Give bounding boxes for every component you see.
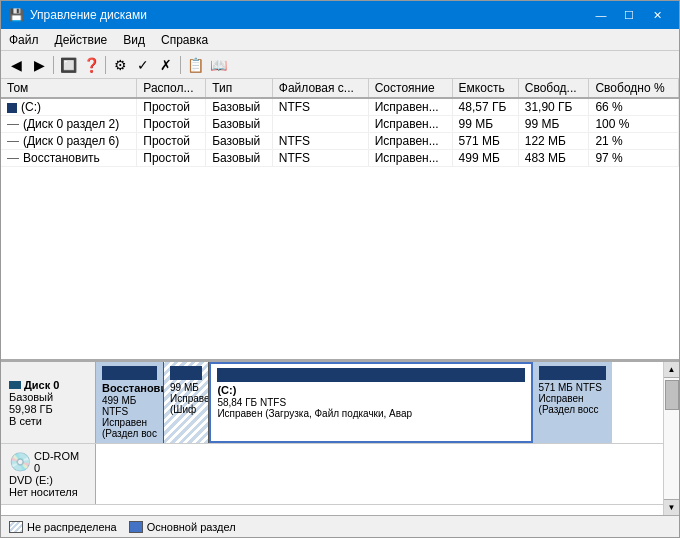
partition-recover-label: Восстановить xyxy=(102,382,157,394)
partition-c-size: 58,84 ГБ NTFS xyxy=(217,397,524,408)
col-capacity[interactable]: Емкость xyxy=(452,79,518,98)
bottom-panel: Диск 0 Базовый 59,98 ГБ В сети Восстанов… xyxy=(1,362,679,537)
table-row[interactable]: —ВосстановитьПростойБазовыйNTFSИсправен.… xyxy=(1,150,679,167)
toolbar-back[interactable]: ◀ xyxy=(5,54,27,76)
col-status[interactable]: Состояние xyxy=(368,79,452,98)
partition-99mb-info: Исправен (Шиф xyxy=(170,393,202,415)
title-bar-left: 💾 Управление дисками xyxy=(9,8,147,22)
toolbar-sep3 xyxy=(180,56,181,74)
col-layout[interactable]: Распол... xyxy=(137,79,206,98)
legend-primary-label: Основной раздел xyxy=(147,521,236,533)
legend-unallocated: Не распределена xyxy=(9,521,117,533)
table-row[interactable]: —(Диск 0 раздел 2)ПростойБазовыйИсправен… xyxy=(1,116,679,133)
cell-freePct: 100 % xyxy=(589,116,679,133)
close-button[interactable]: ✕ xyxy=(643,5,671,25)
scroll-thumb[interactable] xyxy=(665,380,679,410)
disk0-sublabel: Базовый xyxy=(9,391,87,403)
title-bar: 💾 Управление дисками — ☐ ✕ xyxy=(1,1,679,29)
scroll-up-btn[interactable]: ▲ xyxy=(664,362,679,378)
toolbar-check[interactable]: ✓ xyxy=(132,54,154,76)
cdrom-sublabel: DVD (E:) xyxy=(9,474,87,486)
partition-571mb-header xyxy=(539,366,606,380)
toolbar-settings[interactable]: ⚙ xyxy=(109,54,131,76)
menu-file[interactable]: Файл xyxy=(1,29,47,50)
disk0-icon xyxy=(9,381,21,389)
empty-space xyxy=(1,505,663,515)
cell-type: Базовый xyxy=(206,133,273,150)
cdrom-name: CD-ROM 0 xyxy=(34,450,87,474)
partition-99mb[interactable]: 99 МБ Исправен (Шиф xyxy=(164,362,209,443)
table-row[interactable]: (C:)ПростойБазовыйNTFSИсправен...48,57 Г… xyxy=(1,98,679,116)
cell-freePct: 66 % xyxy=(589,98,679,116)
toolbar-help[interactable]: ❓ xyxy=(80,54,102,76)
minimize-button[interactable]: — xyxy=(587,5,615,25)
toolbar-properties[interactable]: 📋 xyxy=(184,54,206,76)
toolbar-cancel[interactable]: ✗ xyxy=(155,54,177,76)
toolbar-forward[interactable]: ▶ xyxy=(28,54,50,76)
col-free[interactable]: Свобод... xyxy=(518,79,589,98)
cell-cap: 48,57 ГБ xyxy=(452,98,518,116)
cell-status: Исправен... xyxy=(368,116,452,133)
vertical-scrollbar[interactable]: ▲ ▼ xyxy=(663,362,679,515)
cdrom-title: 💿 CD-ROM 0 xyxy=(9,450,87,474)
scroll-track xyxy=(664,378,679,499)
menu-action[interactable]: Действие xyxy=(47,29,116,50)
partition-c-header xyxy=(217,368,524,382)
cell-fs xyxy=(272,116,368,133)
toolbar-help2[interactable]: 📖 xyxy=(207,54,229,76)
cdrom-label: 💿 CD-ROM 0 DVD (E:) Нет носителя xyxy=(1,444,96,504)
cell-layout: Простой xyxy=(137,98,206,116)
partition-c-info: Исправен (Загрузка, Файл подкачки, Авар xyxy=(217,408,524,419)
cell-free: 122 МБ xyxy=(518,133,589,150)
legend: Не распределена Основной раздел xyxy=(1,515,679,537)
col-freepct[interactable]: Свободно % xyxy=(589,79,679,98)
top-panel: Том Распол... Тип Файловая с... Состояни… xyxy=(1,79,679,362)
cell-freePct: 21 % xyxy=(589,133,679,150)
disk0-row: Диск 0 Базовый 59,98 ГБ В сети Восстанов… xyxy=(1,362,663,444)
partition-571mb-size: 571 МБ NTFS xyxy=(539,382,606,393)
menu-help[interactable]: Справка xyxy=(153,29,216,50)
disk0-name: Диск 0 xyxy=(24,379,59,391)
disk0-size: 59,98 ГБ xyxy=(9,403,87,415)
cell-volume: —(Диск 0 раздел 6) xyxy=(1,133,137,150)
partition-recover-header xyxy=(102,366,157,380)
cdrom-content xyxy=(96,444,663,504)
col-volume[interactable]: Том xyxy=(1,79,137,98)
title-controls: — ☐ ✕ xyxy=(587,5,671,25)
window-title: Управление дисками xyxy=(30,8,147,22)
disk-rows-container: Диск 0 Базовый 59,98 ГБ В сети Восстанов… xyxy=(1,362,663,515)
legend-unallocated-box xyxy=(9,521,23,533)
cdrom-status: Нет носителя xyxy=(9,486,87,498)
scroll-down-btn[interactable]: ▼ xyxy=(664,499,679,515)
partition-c[interactable]: (C:) 58,84 ГБ NTFS Исправен (Загрузка, Ф… xyxy=(209,362,532,443)
cdrom-row: 💿 CD-ROM 0 DVD (E:) Нет носителя xyxy=(1,444,663,505)
cell-type: Базовый xyxy=(206,98,273,116)
cell-type: Базовый xyxy=(206,150,273,167)
cell-layout: Простой xyxy=(137,133,206,150)
table-container[interactable]: Том Распол... Тип Файловая с... Состояни… xyxy=(1,79,679,359)
cell-fs: NTFS xyxy=(272,133,368,150)
partition-recover[interactable]: Восстановить 499 МБ NTFS Исправен (Разде… xyxy=(96,362,164,443)
partition-571mb[interactable]: 571 МБ NTFS Исправен (Раздел восс xyxy=(533,362,612,443)
cell-volume: —(Диск 0 раздел 2) xyxy=(1,116,137,133)
table-row[interactable]: —(Диск 0 раздел 6)ПростойБазовыйNTFSИспр… xyxy=(1,133,679,150)
volume-table: Том Распол... Тип Файловая с... Состояни… xyxy=(1,79,679,167)
partition-99mb-size: 99 МБ xyxy=(170,382,202,393)
partition-recover-size: 499 МБ NTFS xyxy=(102,395,157,417)
main-content: Том Распол... Тип Файловая с... Состояни… xyxy=(1,79,679,537)
cell-free: 483 МБ xyxy=(518,150,589,167)
disk0-title: Диск 0 xyxy=(9,379,87,391)
partition-recover-info: Исправен (Раздел вос xyxy=(102,417,157,439)
cell-fs: NTFS xyxy=(272,98,368,116)
cell-fs: NTFS xyxy=(272,150,368,167)
menu-view[interactable]: Вид xyxy=(115,29,153,50)
partition-c-label: (C:) xyxy=(217,384,524,396)
toolbar: ◀ ▶ 🔲 ❓ ⚙ ✓ ✗ 📋 📖 xyxy=(1,51,679,79)
toolbar-sep1 xyxy=(53,56,54,74)
cell-cap: 99 МБ xyxy=(452,116,518,133)
toolbar-refresh[interactable]: 🔲 xyxy=(57,54,79,76)
partition-99mb-header xyxy=(170,366,202,380)
col-fs[interactable]: Файловая с... xyxy=(272,79,368,98)
maximize-button[interactable]: ☐ xyxy=(615,5,643,25)
col-type[interactable]: Тип xyxy=(206,79,273,98)
